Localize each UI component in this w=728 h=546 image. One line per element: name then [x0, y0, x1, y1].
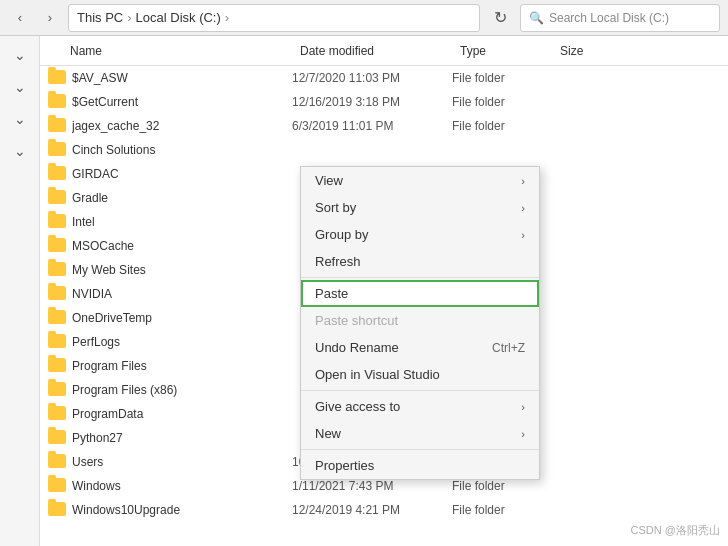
table-row[interactable]: jagex_cache_32 6/3/2019 11:01 PM File fo… — [40, 114, 728, 138]
ctx-label-view: View — [315, 173, 343, 188]
ctx-item-group-by[interactable]: Group by› — [301, 221, 539, 248]
nav-icon-1[interactable]: ⌄ — [5, 40, 35, 70]
file-name: Intel — [72, 215, 292, 229]
folder-icon-11 — [48, 334, 66, 350]
file-name: Windows10Upgrade — [72, 503, 292, 517]
nav-icon-3[interactable]: ⌄ — [5, 104, 35, 134]
file-date: 12/7/2020 11:03 PM — [292, 71, 452, 85]
ctx-item-give-access[interactable]: Give access to› — [301, 393, 539, 420]
ctx-shortcut-undo-rename: Ctrl+Z — [492, 341, 525, 355]
file-name: OneDriveTemp — [72, 311, 292, 325]
folder-icon-5 — [48, 190, 66, 206]
table-row[interactable]: Cinch Solutions — [40, 138, 728, 162]
watermark: CSDN @洛阳秃山 — [631, 523, 720, 538]
folder-icon-12 — [48, 358, 66, 374]
file-name: $GetCurrent — [72, 95, 292, 109]
file-date: 12/16/2019 3:18 PM — [292, 95, 452, 109]
breadcrumb-sep1: › — [127, 10, 131, 25]
file-name: My Web Sites — [72, 263, 292, 277]
forward-button[interactable]: › — [38, 6, 62, 30]
ctx-label-properties: Properties — [315, 458, 374, 473]
file-name: NVIDIA — [72, 287, 292, 301]
ctx-label-undo-rename: Undo Rename — [315, 340, 399, 355]
file-date: 1/11/2021 7:43 PM — [292, 479, 452, 493]
folder-icon-17 — [48, 478, 66, 494]
ctx-item-sort-by[interactable]: Sort by› — [301, 194, 539, 221]
file-date: 12/24/2019 4:21 PM — [292, 503, 452, 517]
file-name: Gradle — [72, 191, 292, 205]
col-size-header[interactable]: Size — [560, 44, 620, 58]
ctx-label-refresh: Refresh — [315, 254, 361, 269]
folder-icon-15 — [48, 430, 66, 446]
folder-icon-1 — [48, 94, 66, 110]
file-type: File folder — [452, 119, 552, 133]
folder-icon-16 — [48, 454, 66, 470]
search-icon: 🔍 — [529, 11, 544, 25]
folder-icon-3 — [48, 142, 66, 158]
context-menu: View›Sort by›Group by›RefreshPastePaste … — [300, 166, 540, 480]
breadcrumb-thispc: This PC — [77, 10, 123, 25]
file-name: Program Files — [72, 359, 292, 373]
search-box[interactable]: 🔍 Search Local Disk (C:) — [520, 4, 720, 32]
ctx-label-open-vs: Open in Visual Studio — [315, 367, 440, 382]
ctx-label-new: New — [315, 426, 341, 441]
ctx-sep-after-new — [301, 449, 539, 450]
ctx-label-give-access: Give access to — [315, 399, 400, 414]
ctx-item-view[interactable]: View› — [301, 167, 539, 194]
file-type: File folder — [452, 503, 552, 517]
ctx-sep-after-open-vs — [301, 390, 539, 391]
file-name: PerfLogs — [72, 335, 292, 349]
folder-icon-14 — [48, 406, 66, 422]
ctx-label-group-by: Group by — [315, 227, 368, 242]
col-name-header[interactable]: Name — [40, 44, 300, 58]
file-name: Windows — [72, 479, 292, 493]
breadcrumb-sep2: › — [225, 10, 229, 25]
ctx-sep-after-refresh — [301, 277, 539, 278]
file-name: Users — [72, 455, 292, 469]
ctx-arrow-sort-by: › — [521, 202, 525, 214]
file-name: Python27 — [72, 431, 292, 445]
search-placeholder: Search Local Disk (C:) — [549, 11, 669, 25]
folder-icon-10 — [48, 310, 66, 326]
address-bar: ‹ › This PC › Local Disk (C:) › ↻ 🔍 Sear… — [0, 0, 728, 36]
ctx-item-open-vs[interactable]: Open in Visual Studio — [301, 361, 539, 388]
file-name: GIRDAC — [72, 167, 292, 181]
column-headers: Name Date modified Type Size — [40, 36, 728, 66]
file-name: Cinch Solutions — [72, 143, 292, 157]
table-row[interactable]: $GetCurrent 12/16/2019 3:18 PM File fold… — [40, 90, 728, 114]
nav-icon-2[interactable]: ⌄ — [5, 72, 35, 102]
file-date: 6/3/2019 11:01 PM — [292, 119, 452, 133]
ctx-item-undo-rename[interactable]: Undo RenameCtrl+Z — [301, 334, 539, 361]
ctx-label-paste-shortcut: Paste shortcut — [315, 313, 398, 328]
main-layout: ⌄ ⌄ ⌄ ⌄ Name Date modified Type Size $AV… — [0, 36, 728, 546]
ctx-arrow-group-by: › — [521, 229, 525, 241]
folder-icon-13 — [48, 382, 66, 398]
ctx-item-properties[interactable]: Properties — [301, 452, 539, 479]
ctx-item-new[interactable]: New› — [301, 420, 539, 447]
folder-icon-6 — [48, 214, 66, 230]
file-name: $AV_ASW — [72, 71, 292, 85]
folder-icon-8 — [48, 262, 66, 278]
ctx-label-paste: Paste — [315, 286, 348, 301]
file-name: Program Files (x86) — [72, 383, 292, 397]
file-name: ProgramData — [72, 407, 292, 421]
file-type: File folder — [452, 479, 552, 493]
folder-icon-9 — [48, 286, 66, 302]
col-type-header[interactable]: Type — [460, 44, 560, 58]
ctx-arrow-give-access: › — [521, 401, 525, 413]
table-row[interactable]: $AV_ASW 12/7/2020 11:03 PM File folder — [40, 66, 728, 90]
ctx-arrow-view: › — [521, 175, 525, 187]
table-row[interactable]: Windows10Upgrade 12/24/2019 4:21 PM File… — [40, 498, 728, 522]
breadcrumb-drive: Local Disk (C:) — [136, 10, 221, 25]
ctx-arrow-new: › — [521, 428, 525, 440]
back-button[interactable]: ‹ — [8, 6, 32, 30]
nav-icon-4[interactable]: ⌄ — [5, 136, 35, 166]
breadcrumb[interactable]: This PC › Local Disk (C:) › — [68, 4, 480, 32]
ctx-item-refresh[interactable]: Refresh — [301, 248, 539, 275]
ctx-item-paste[interactable]: Paste — [301, 280, 539, 307]
file-name: MSOCache — [72, 239, 292, 253]
file-type: File folder — [452, 95, 552, 109]
col-date-header[interactable]: Date modified — [300, 44, 460, 58]
refresh-button[interactable]: ↻ — [486, 4, 514, 32]
ctx-item-paste-shortcut: Paste shortcut — [301, 307, 539, 334]
